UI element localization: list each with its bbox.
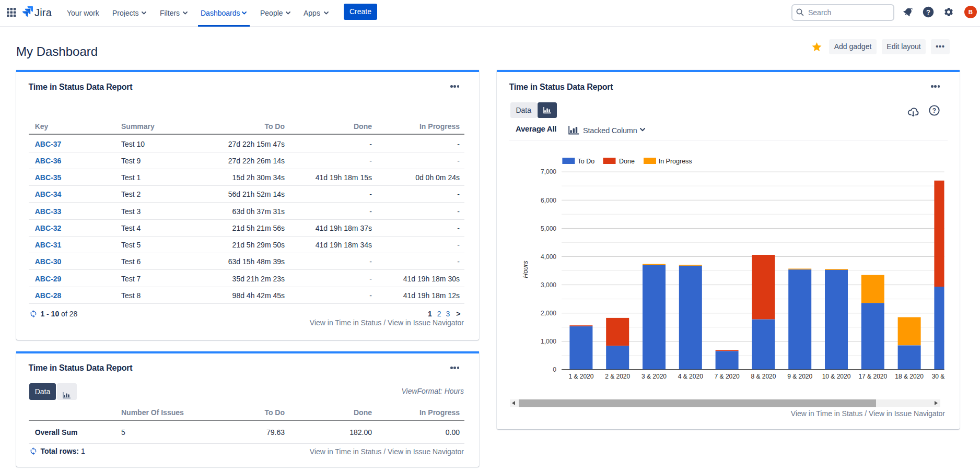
svg-text:7,000: 7,000 xyxy=(541,168,556,175)
svg-text:1 & 2020: 1 & 2020 xyxy=(568,373,593,380)
svg-text:0: 0 xyxy=(553,366,556,373)
svg-text:Done: Done xyxy=(619,158,635,165)
svg-text:6,000: 6,000 xyxy=(541,197,556,204)
svg-text:?: ? xyxy=(926,8,930,16)
svg-text:8 & 2020: 8 & 2020 xyxy=(751,373,776,380)
svg-text:17 & 2020: 17 & 2020 xyxy=(858,373,887,380)
svg-text:18 & 2020: 18 & 2020 xyxy=(895,373,924,380)
svg-text:7 & 2020: 7 & 2020 xyxy=(715,373,740,380)
svg-text:In Progress: In Progress xyxy=(659,158,692,165)
svg-text:5,000: 5,000 xyxy=(541,225,556,232)
svg-text:4,000: 4,000 xyxy=(541,253,556,261)
svg-text:3 & 2020: 3 & 2020 xyxy=(641,373,667,380)
svg-text:10 & 2020: 10 & 2020 xyxy=(822,373,851,380)
svg-text:2 & 2020: 2 & 2020 xyxy=(605,373,630,380)
svg-text:4 & 2020: 4 & 2020 xyxy=(678,373,703,380)
svg-text:Hours: Hours xyxy=(522,261,529,278)
svg-text:2,000: 2,000 xyxy=(541,310,556,317)
svg-text:1,000: 1,000 xyxy=(541,338,556,345)
svg-text:9 & 2020: 9 & 2020 xyxy=(787,373,812,380)
svg-text:To Do: To Do xyxy=(578,158,595,165)
svg-text:30 &: 30 & xyxy=(932,373,945,380)
svg-text:3,000: 3,000 xyxy=(541,281,556,289)
